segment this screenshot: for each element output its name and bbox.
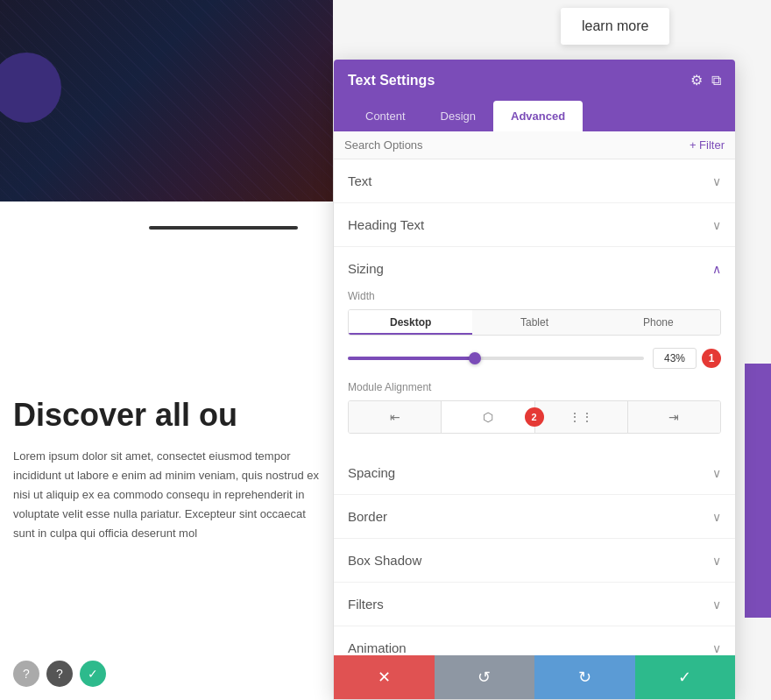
section-border-label: Border (348, 509, 387, 524)
section-animation-label: Animation (348, 640, 407, 655)
chevron-box-shadow: ∨ (712, 554, 721, 568)
tab-content[interactable]: Content (348, 101, 423, 131)
learn-more-button[interactable]: learn more (561, 8, 669, 45)
badge-1: 1 (702, 349, 721, 368)
panel-title: Text Settings (348, 73, 435, 88)
device-tab-tablet[interactable]: Tablet (472, 310, 596, 335)
chevron-sizing: ∧ (712, 262, 721, 276)
slider-track[interactable] (348, 357, 644, 360)
section-animation[interactable]: Animation ∨ (334, 626, 735, 655)
split-icon-btn[interactable]: ⧉ (711, 72, 721, 88)
filter-button[interactable]: + Filter (690, 138, 725, 152)
sizing-label: Sizing (348, 261, 384, 276)
question-button-2[interactable]: ? (46, 661, 73, 687)
chevron-text: ∨ (712, 174, 721, 188)
undo-button[interactable]: ↺ (435, 655, 535, 699)
chevron-filters: ∨ (712, 597, 721, 612)
device-tab-desktop[interactable]: Desktop (349, 310, 472, 335)
section-box-shadow[interactable]: Box Shadow ∨ (334, 539, 735, 583)
panel-header: Text Settings ⚙ ⧉ (334, 60, 735, 101)
slider-value-box: 1 (653, 348, 721, 369)
panel-footer: ✕ ↺ ↻ ✓ (334, 655, 735, 699)
chevron-spacing: ∨ (712, 466, 721, 480)
device-tab-phone[interactable]: Phone (597, 310, 720, 335)
section-box-shadow-label: Box Shadow (348, 553, 421, 568)
device-tabs: Desktop Tablet Phone (348, 309, 721, 336)
chevron-heading: ∨ (712, 218, 721, 232)
chevron-border: ∨ (712, 510, 721, 524)
alignment-row: ⇤ ⬡ 2 ⋮⋮ ⇥ (348, 400, 721, 434)
question-button-1[interactable]: ? (13, 661, 39, 687)
section-border[interactable]: Border ∨ (334, 495, 735, 539)
settings-icon-btn[interactable]: ⚙ (690, 72, 703, 88)
save-button[interactable]: ✓ (635, 655, 736, 699)
decorative-circle (0, 53, 61, 123)
redo-button[interactable]: ↻ (534, 655, 635, 699)
section-filters[interactable]: Filters ∨ (334, 583, 735, 626)
text-settings-panel: Text Settings ⚙ ⧉ Content Design Advance… (334, 60, 735, 699)
search-bar: + Filter (334, 131, 735, 159)
tab-design[interactable]: Design (423, 101, 493, 131)
chevron-animation: ∨ (712, 641, 721, 655)
right-purple-bar (745, 364, 771, 618)
align-center-icon: ⬡ (483, 410, 493, 424)
page-scrollbar (149, 226, 298, 230)
section-spacing-label: Spacing (348, 465, 395, 480)
width-label: Width (348, 290, 721, 302)
section-heading-label: Heading Text (348, 217, 424, 232)
sizing-body: Width Desktop Tablet Phone 1 (334, 283, 735, 451)
section-filters-label: Filters (348, 597, 384, 612)
badge-2: 2 (525, 407, 544, 427)
slider-row: 1 (348, 348, 721, 369)
section-spacing[interactable]: Spacing ∨ (334, 451, 735, 495)
panel-header-icons: ⚙ ⧉ (690, 72, 721, 88)
align-right-icon: ⇥ (668, 410, 679, 424)
align-left-icon: ⇤ (390, 410, 400, 424)
slider-thumb[interactable] (469, 352, 481, 364)
section-text[interactable]: Text ∨ (334, 159, 735, 203)
slider-value-input[interactable] (653, 348, 697, 369)
panel-tabs: Content Design Advanced (334, 101, 735, 131)
tab-advanced[interactable]: Advanced (493, 101, 583, 131)
panel-body: Text ∨ Heading Text ∨ Sizing ∧ Width Des… (334, 159, 735, 655)
alignment-label: Module Alignment (348, 381, 721, 393)
cancel-button[interactable]: ✕ (334, 655, 435, 699)
lorem-text: Lorem ipsum dolor sit amet, consectet ei… (13, 447, 329, 543)
slider-fill (348, 357, 475, 360)
align-left-button[interactable]: ⇤ (349, 401, 442, 433)
section-text-label: Text (348, 173, 372, 188)
discover-heading: Discover all ou (13, 397, 329, 434)
align-justify-icon: ⋮⋮ (569, 410, 593, 424)
align-right-button[interactable]: ⇥ (628, 401, 720, 433)
bottom-controls: ? ? ✓ (13, 661, 106, 687)
align-center-button[interactable]: ⬡ 2 (442, 401, 534, 433)
sizing-header[interactable]: Sizing ∧ (334, 247, 735, 283)
align-justify-button[interactable]: ⋮⋮ (535, 401, 628, 433)
section-sizing: Sizing ∧ Width Desktop Tablet Phone (334, 247, 735, 451)
background-dark (0, 0, 333, 202)
check-button[interactable]: ✓ (80, 661, 106, 687)
section-heading-text[interactable]: Heading Text ∨ (334, 203, 735, 247)
search-input[interactable] (344, 138, 690, 152)
